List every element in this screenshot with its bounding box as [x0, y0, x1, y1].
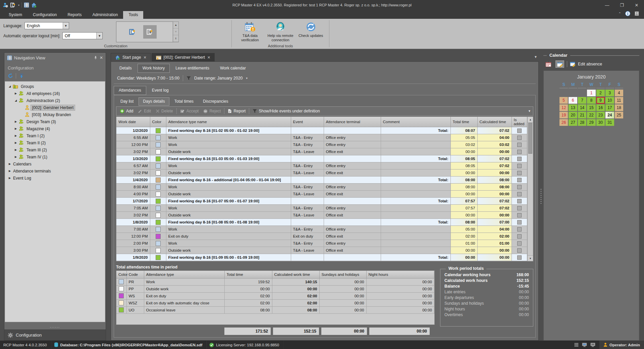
- menu-tab-administration[interactable]: Administration: [87, 11, 123, 19]
- tree-item-event-log[interactable]: ▶ Event Log: [5, 174, 105, 182]
- summary-column-night-hours[interactable]: Night hours: [366, 271, 434, 278]
- summary-column-total-time[interactable]: Total time: [224, 271, 272, 278]
- summary-row-wsz[interactable]: WSZExit on duty with automatic day close…: [116, 299, 434, 306]
- tree-expander-icon[interactable]: ▶: [8, 177, 12, 180]
- is-added-checkbox[interactable]: [517, 129, 522, 133]
- is-added-checkbox[interactable]: [517, 227, 522, 232]
- is-added-checkbox[interactable]: [517, 199, 522, 203]
- calendar-day-17[interactable]: 17: [605, 104, 614, 111]
- column-header-attendance-type-name[interactable]: Attendance type name: [166, 117, 291, 127]
- table-row-event[interactable]: 6:57 AM WorkT&A - EntryOffice entry 08:0…: [116, 162, 527, 169]
- tree-item-attendance-terminals[interactable]: ▶ Attendance terminals: [5, 167, 105, 174]
- table-row-day[interactable]: 1/7/2020 Fixed working day 8-16 [01-07 0…: [116, 198, 527, 205]
- table-row-day[interactable]: 1/3/2020 Fixed working day 8-16 [01-03 0…: [116, 155, 527, 162]
- reject-button[interactable]: Reject: [202, 108, 222, 114]
- is-added-checkbox[interactable]: [517, 171, 522, 175]
- date-range-dropdown[interactable]: Date range: January 2020: [194, 76, 243, 81]
- tree-expander-icon[interactable]: ◢: [14, 99, 18, 102]
- scroll-up-icon[interactable]: ▲: [528, 117, 533, 122]
- tree-item-team-i-2[interactable]: ▶ Team I (2): [5, 132, 105, 139]
- is-added-checkbox[interactable]: [517, 136, 522, 140]
- edit-button[interactable]: Edit: [137, 108, 152, 114]
- table-row-event[interactable]: 3:02 PM Outside workT&A - LeaveOffice ex…: [116, 212, 527, 219]
- accept-button[interactable]: Accept: [179, 108, 200, 114]
- pin-icon[interactable]: [94, 56, 98, 60]
- tab-discrepancies[interactable]: Discrepancies: [199, 97, 232, 106]
- is-added-checkbox[interactable]: [517, 241, 522, 246]
- check-updates-button[interactable]: Check updates: [297, 21, 325, 42]
- is-added-checkbox[interactable]: [517, 192, 522, 196]
- menu-tab-system[interactable]: System: [3, 11, 28, 19]
- panel-resize-dots[interactable]: ......: [4, 322, 106, 330]
- calendar-day-3[interactable]: 3: [605, 90, 614, 96]
- calendar-day-2[interactable]: 2: [596, 90, 605, 96]
- calendar-day-30[interactable]: 30: [596, 119, 605, 126]
- tab-list-dropdown-icon[interactable]: ▼: [534, 55, 537, 59]
- table-row-day[interactable]: 1/8/2020 Fixed working day 8-16 [01-08 0…: [116, 219, 527, 226]
- calendar-day-25[interactable]: 25: [615, 112, 623, 118]
- column-header-attendance-terminal[interactable]: Attendance terminal: [324, 117, 381, 127]
- tree-expander-icon[interactable]: ▶: [14, 148, 18, 151]
- tab-event-log[interactable]: Event log: [147, 86, 174, 95]
- summary-row-ws[interactable]: WSExit on duty 02:0002:00 00:0000:00: [116, 292, 434, 299]
- customization-icon-list[interactable]: [116, 21, 173, 42]
- column-header-is-added[interactable]: Is added: [512, 117, 527, 127]
- is-added-checkbox[interactable]: [517, 220, 522, 225]
- table-row-event[interactable]: 3:00 PM Outside workT&A - LeaveOffice ex…: [116, 247, 527, 254]
- is-added-checkbox[interactable]: [517, 157, 522, 161]
- operator-icon[interactable]: [3, 2, 8, 8]
- tree-item-team-ii-2[interactable]: ▶ Team II (2): [5, 139, 105, 146]
- calendar-day-10[interactable]: 10: [605, 97, 614, 104]
- table-row-event[interactable]: 3:02 PM Outside workT&A - LeaveOffice ex…: [116, 169, 527, 177]
- calendar-day-14[interactable]: 14: [578, 104, 586, 111]
- column-header-calculated-time[interactable]: Calculated time: [477, 117, 512, 127]
- table-row-event[interactable]: 12:00 PM WorkT&A - EntryOffice entry 03:…: [116, 141, 527, 148]
- calendar-day-31[interactable]: 31: [605, 119, 614, 126]
- icon-list-scrollbar[interactable]: ▲ ▼ ⇓: [173, 21, 179, 42]
- calendar-day-11[interactable]: 11: [615, 97, 623, 104]
- close-tab-icon[interactable]: ✕: [207, 55, 210, 60]
- calendar-day-29[interactable]: 29: [587, 119, 595, 126]
- terminal-monitor-icon[interactable]: [582, 343, 587, 347]
- is-added-checkbox[interactable]: [517, 164, 522, 168]
- table-row-event[interactable]: 3:02 PM Outside workT&A - LeaveOffice ex…: [116, 148, 527, 155]
- collapse-all-icon[interactable]: [19, 73, 24, 79]
- tab-days-details[interactable]: Days details: [139, 97, 169, 106]
- calendar-day-27[interactable]: 27: [569, 119, 577, 126]
- calendar-day-13[interactable]: 13: [569, 104, 577, 111]
- close-tab-icon[interactable]: ✕: [143, 55, 146, 60]
- tab-leave-entitlements[interactable]: Leave entitlements: [170, 64, 214, 73]
- table-row-day[interactable]: 1/9/2020 Fixed working day 8-16 [01-09 0…: [116, 254, 527, 261]
- help-via-remote-connection-button[interactable]: Help via remote connection: [266, 21, 295, 42]
- info-icon[interactable]: [625, 11, 630, 16]
- calendar-day-4[interactable]: 4: [615, 90, 623, 96]
- calendar-day-23[interactable]: 23: [596, 112, 605, 118]
- column-header-work-date[interactable]: Work date: [116, 117, 150, 127]
- tree-expander-icon[interactable]: ▶: [14, 120, 18, 123]
- scroll-down-icon[interactable]: ▼: [528, 255, 533, 261]
- tab-work-calendar[interactable]: Work calendar: [215, 64, 251, 73]
- grid-icon[interactable]: [574, 343, 579, 347]
- tab-attendances[interactable]: Attendances: [114, 86, 146, 95]
- table-row-event[interactable]: 12:00 PM Exit on dutyExit on dutyOffice …: [116, 233, 527, 240]
- delete-button[interactable]: Delete: [154, 108, 174, 114]
- tree-item-team-iv-1[interactable]: ▶ Team IV (1): [5, 153, 105, 160]
- menu-tab-tools[interactable]: Tools: [123, 11, 143, 19]
- scroll-more-icon[interactable]: ⇓: [173, 35, 178, 42]
- tab-details[interactable]: Details: [114, 64, 137, 73]
- is-added-checkbox[interactable]: [517, 213, 522, 217]
- is-added-checkbox[interactable]: [517, 143, 522, 147]
- navigation-view-icon[interactable]: [24, 2, 29, 8]
- calendar-day-12[interactable]: 12: [559, 104, 568, 111]
- table-row-event[interactable]: 7:05 AM WorkT&A - EntryOffice entry 07:5…: [116, 205, 527, 212]
- calendar-day-7[interactable]: 7: [578, 97, 586, 104]
- summary-column-color[interactable]: Color: [116, 271, 126, 278]
- collapse-ribbon-icon[interactable]: ⌃: [619, 12, 621, 15]
- tree-expander-icon[interactable]: ▶: [8, 162, 12, 165]
- calendar-day-28[interactable]: 28: [578, 119, 586, 126]
- close-button[interactable]: ✕: [629, 0, 644, 10]
- table-row-day[interactable]: 1/4/2020 Fixed working day 8-16 - additi…: [116, 177, 527, 184]
- menu-tab-reports[interactable]: Reports: [62, 11, 87, 19]
- summary-column-calculated-work-time[interactable]: Calculated work time: [272, 271, 319, 278]
- close-panel-icon[interactable]: ✕: [100, 55, 103, 60]
